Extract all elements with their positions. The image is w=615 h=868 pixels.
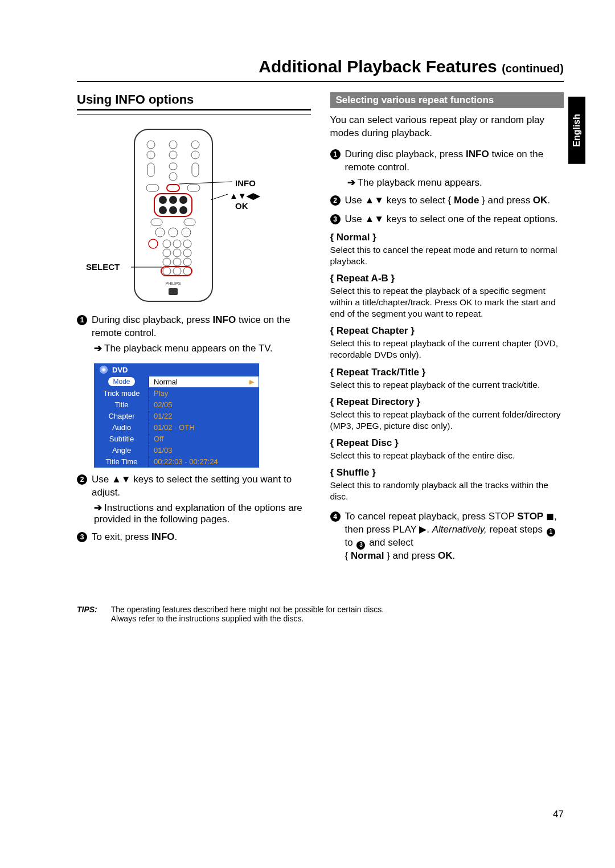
remote-leader-lines: [77, 126, 282, 308]
left-step-2-text: Use ▲▼ keys to select the setting you wa…: [92, 473, 311, 499]
step-number-icon: 1: [547, 528, 555, 537]
section-title-using-info: Using INFO options: [77, 92, 311, 107]
repeat-option-name: { Repeat A-B }: [330, 273, 564, 284]
repeat-option: { Repeat Track/Title }Select this to rep…: [330, 367, 564, 391]
osd-row-value: Off: [149, 433, 259, 444]
chapter-title: Additional Playback Features (continued): [77, 57, 564, 76]
step-number-icon: 1: [330, 149, 341, 159]
step-number-icon: 4: [330, 511, 341, 522]
osd-row-value: Play: [149, 388, 259, 399]
osd-row-value: 01/03: [149, 445, 259, 456]
left-step-2-result: ➔Instructions and explanation of the opt…: [94, 502, 311, 525]
repeat-option-desc: Select this to cancel the repeat mode an…: [330, 244, 564, 267]
step-number-icon: 3: [356, 541, 365, 550]
step-number-icon: 2: [330, 195, 341, 206]
repeat-option: { Repeat A-B }Select this to repeat the …: [330, 273, 564, 320]
left-column: Using INFO options: [77, 92, 311, 565]
chapter-title-suffix: (continued): [502, 62, 564, 75]
repeat-option-name: { Repeat Disc }: [330, 437, 564, 449]
repeat-option-desc: Select this to repeat the playback of a …: [330, 285, 564, 320]
repeat-option: { Shuffle }Select this to randomly playb…: [330, 467, 564, 502]
left-step-1-result: ➔The playback menu appears on the TV.: [94, 342, 311, 354]
osd-row: Audio01/02 - OTH: [94, 422, 259, 433]
osd-row-value: 01/02 - OTH: [149, 422, 259, 433]
left-step-3: 3 To exit, press INFO.: [77, 531, 311, 544]
osd-row-label: Audio: [95, 422, 149, 433]
repeat-option-name: { Repeat Chapter }: [330, 325, 564, 337]
right-step-1-text: During disc playback, press INFO twice o…: [345, 148, 564, 174]
osd-header-text: DVD: [112, 366, 128, 374]
repeat-option-name: { Shuffle }: [330, 467, 564, 478]
right-step-2-text: Use ▲▼ keys to select { Mode } and press…: [345, 194, 564, 207]
osd-row-value: 01/22: [149, 411, 259, 421]
osd-row-value: Normal▶: [149, 376, 259, 387]
repeat-option: { Repeat Disc }Select this to repeat pla…: [330, 437, 564, 461]
repeat-option: { Repeat Chapter }Select this to repeat …: [330, 325, 564, 361]
repeat-option-desc: Select this to randomly playback all the…: [330, 480, 564, 502]
repeat-option-name: { Repeat Track/Title }: [330, 367, 564, 378]
osd-row-label: Title Time: [95, 456, 149, 467]
left-step-1: 1 During disc playback, press INFO twice…: [77, 314, 311, 340]
osd-row-label: Angle: [95, 445, 149, 456]
language-tab: English: [568, 97, 585, 164]
osd-row: Angle01/03: [94, 445, 259, 456]
title-rule: [77, 81, 564, 82]
repeat-option-desc: Select this to repeat playback of the cu…: [330, 409, 564, 432]
tips-footer: TIPS: The operating features described h…: [77, 605, 564, 623]
right-step-1-result: ➔The playback menu appears.: [347, 177, 564, 189]
repeat-option-name: { Repeat Directory }: [330, 396, 564, 408]
right-step-4-text: To cancel repeat playback, press STOP ST…: [345, 510, 564, 563]
play-indicator-icon: ▶: [249, 378, 254, 386]
osd-row-label: Mode: [95, 376, 149, 387]
left-step-1-text: During disc playback, press INFO twice o…: [92, 314, 311, 340]
step-number-icon: 3: [330, 214, 341, 224]
repeat-option-name: { Normal }: [330, 232, 564, 243]
right-intro: You can select various repeat play or ra…: [330, 114, 564, 140]
right-column: Selecting various repeat functions You c…: [330, 92, 564, 565]
section-underline: [77, 109, 311, 114]
repeat-option: { Normal }Select this to cancel the repe…: [330, 232, 564, 267]
osd-row-label: Chapter: [95, 411, 149, 421]
osd-row-label: Subtitle: [95, 433, 149, 444]
left-step-2: 2 Use ▲▼ keys to select the setting you …: [77, 473, 311, 499]
repeat-option-desc: Select this to repeat playback of the en…: [330, 450, 564, 461]
svg-line-42: [211, 194, 228, 200]
osd-row: Chapter01/22: [94, 411, 259, 422]
osd-row: SubtitleOff: [94, 433, 259, 445]
osd-row: ModeNormal▶: [94, 376, 259, 388]
osd-row-value: 00:22:03 - 00:27:24: [149, 456, 259, 467]
osd-row: Title02/05: [94, 399, 259, 411]
repeat-option: { Repeat Directory }Select this to repea…: [330, 396, 564, 432]
tips-text: The operating features described here mi…: [111, 605, 384, 623]
section-bar-repeat: Selecting various repeat functions: [330, 92, 564, 108]
osd-row: Title Time00:22:03 - 00:27:24: [94, 456, 259, 468]
remote-illustration: PHILIPS INFO ▲▼◀▶ OK SELECT: [77, 126, 311, 308]
chapter-title-text: Additional Playback Features: [259, 57, 497, 76]
left-step-3-text: To exit, press INFO.: [92, 531, 311, 544]
right-step-3: 3 Use ▲▼ keys to select one of the repea…: [330, 213, 564, 226]
disc-icon: [100, 366, 108, 374]
tips-label: TIPS:: [77, 605, 97, 623]
right-step-2: 2 Use ▲▼ keys to select { Mode } and pre…: [330, 194, 564, 207]
step-number-icon: 1: [77, 315, 87, 325]
svg-line-41: [179, 182, 232, 184]
osd-row-value: 02/05: [149, 399, 259, 410]
osd-row: Trick modePlay: [94, 388, 259, 399]
right-step-4: 4 To cancel repeat playback, press STOP …: [330, 510, 564, 563]
repeat-option-desc: Select this to repeat playback of the cu…: [330, 338, 564, 361]
right-step-3-text: Use ▲▼ keys to select one of the repeat …: [345, 213, 564, 226]
osd-table: DVD ModeNormal▶Trick modePlayTitle02/05C…: [94, 363, 259, 468]
osd-row-label: Title: [95, 399, 149, 410]
page-number: 47: [553, 809, 564, 820]
osd-header: DVD: [94, 363, 259, 376]
step-number-icon: 3: [77, 532, 87, 542]
osd-row-label: Trick mode: [95, 388, 149, 399]
right-step-1: 1 During disc playback, press INFO twice…: [330, 148, 564, 174]
step-number-icon: 2: [77, 474, 87, 485]
repeat-option-desc: Select this to repeat playback of the cu…: [330, 379, 564, 391]
manual-page: English Additional Playback Features (co…: [0, 0, 615, 868]
